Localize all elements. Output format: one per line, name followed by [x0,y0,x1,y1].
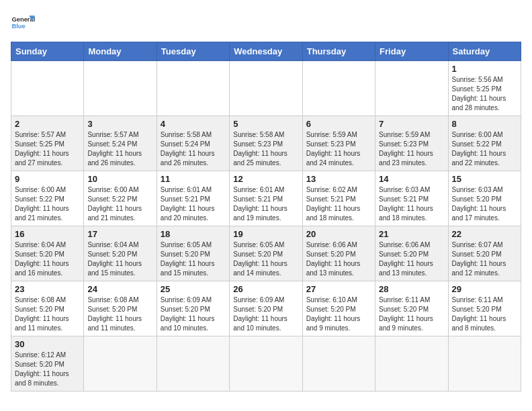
calendar-cell: 9Sunrise: 6:00 AM Sunset: 5:22 PM Daylig… [11,171,84,226]
day-number: 1 [452,64,517,74]
calendar-cell: 3Sunrise: 5:57 AM Sunset: 5:24 PM Daylig… [84,116,157,171]
calendar-cell [375,336,448,392]
calendar-cell [302,336,375,392]
calendar-cell: 15Sunrise: 6:03 AM Sunset: 5:20 PM Dayli… [448,171,521,226]
calendar-cell: 26Sunrise: 6:09 AM Sunset: 5:20 PM Dayli… [230,281,302,336]
day-header-saturday: Saturday [448,42,521,61]
calendar-cell: 1Sunrise: 5:56 AM Sunset: 5:25 PM Daylig… [448,61,521,116]
calendar-cell: 25Sunrise: 6:09 AM Sunset: 5:20 PM Dayli… [157,281,229,336]
day-number: 5 [233,119,298,129]
header: General Blue [11,11,521,35]
day-info: Sunrise: 5:56 AM Sunset: 5:25 PM Dayligh… [452,75,517,113]
day-header-tuesday: Tuesday [157,42,229,61]
calendar-cell: 22Sunrise: 6:07 AM Sunset: 5:20 PM Dayli… [448,226,521,281]
day-info: Sunrise: 6:12 AM Sunset: 5:20 PM Dayligh… [15,351,80,388]
day-info: Sunrise: 6:00 AM Sunset: 5:22 PM Dayligh… [15,185,80,223]
day-info: Sunrise: 6:09 AM Sunset: 5:20 PM Dayligh… [233,295,298,333]
day-number: 27 [306,284,371,294]
day-info: Sunrise: 6:11 AM Sunset: 5:20 PM Dayligh… [379,295,444,333]
day-number: 3 [87,119,152,129]
day-number: 8 [452,119,517,129]
day-number: 28 [379,284,444,294]
day-header-wednesday: Wednesday [230,42,302,61]
calendar-cell: 6Sunrise: 5:59 AM Sunset: 5:23 PM Daylig… [302,116,375,171]
day-number: 17 [87,229,152,239]
day-info: Sunrise: 5:57 AM Sunset: 5:24 PM Dayligh… [87,130,152,168]
day-info: Sunrise: 6:08 AM Sunset: 5:20 PM Dayligh… [87,295,152,333]
calendar-cell: 14Sunrise: 6:03 AM Sunset: 5:21 PM Dayli… [375,171,448,226]
day-info: Sunrise: 6:11 AM Sunset: 5:20 PM Dayligh… [452,295,517,333]
day-info: Sunrise: 6:03 AM Sunset: 5:21 PM Dayligh… [379,185,444,223]
day-info: Sunrise: 5:58 AM Sunset: 5:23 PM Dayligh… [233,130,298,168]
day-number: 25 [161,284,226,294]
calendar-cell [302,61,375,116]
day-info: Sunrise: 6:10 AM Sunset: 5:20 PM Dayligh… [306,295,371,333]
day-number: 23 [15,284,80,294]
day-info: Sunrise: 6:03 AM Sunset: 5:20 PM Dayligh… [452,185,517,223]
day-header-thursday: Thursday [302,42,375,61]
calendar-cell: 30Sunrise: 6:12 AM Sunset: 5:20 PM Dayli… [11,336,84,392]
calendar-cell [448,336,521,392]
day-info: Sunrise: 6:04 AM Sunset: 5:20 PM Dayligh… [15,240,80,278]
day-number: 19 [233,229,298,239]
day-number: 16 [15,229,80,239]
day-info: Sunrise: 6:00 AM Sunset: 5:22 PM Dayligh… [87,185,152,223]
day-number: 29 [452,284,517,294]
day-number: 15 [452,174,517,184]
calendar-cell: 12Sunrise: 6:01 AM Sunset: 5:21 PM Dayli… [230,171,302,226]
day-info: Sunrise: 6:05 AM Sunset: 5:20 PM Dayligh… [161,240,226,278]
header-row: SundayMondayTuesdayWednesdayThursdayFrid… [11,42,521,61]
day-number: 26 [233,284,298,294]
week-row: 23Sunrise: 6:08 AM Sunset: 5:20 PM Dayli… [11,281,521,336]
day-header-friday: Friday [375,42,448,61]
day-number: 6 [306,119,371,129]
logo-icon: General Blue [11,11,35,35]
day-number: 4 [161,119,226,129]
calendar-cell: 7Sunrise: 5:59 AM Sunset: 5:23 PM Daylig… [375,116,448,171]
day-header-monday: Monday [84,42,157,61]
calendar-cell: 29Sunrise: 6:11 AM Sunset: 5:20 PM Dayli… [448,281,521,336]
calendar-cell: 11Sunrise: 6:01 AM Sunset: 5:21 PM Dayli… [157,171,229,226]
calendar-cell: 2Sunrise: 5:57 AM Sunset: 5:25 PM Daylig… [11,116,84,171]
day-number: 2 [15,119,80,129]
calendar-cell [84,336,157,392]
day-info: Sunrise: 6:06 AM Sunset: 5:20 PM Dayligh… [306,240,371,278]
calendar-cell [157,61,229,116]
day-info: Sunrise: 6:07 AM Sunset: 5:20 PM Dayligh… [452,240,517,278]
day-info: Sunrise: 5:59 AM Sunset: 5:23 PM Dayligh… [379,130,444,168]
day-info: Sunrise: 6:08 AM Sunset: 5:20 PM Dayligh… [15,295,80,333]
day-number: 12 [233,174,298,184]
day-number: 7 [379,119,444,129]
day-info: Sunrise: 6:06 AM Sunset: 5:20 PM Dayligh… [379,240,444,278]
day-info: Sunrise: 6:04 AM Sunset: 5:20 PM Dayligh… [87,240,152,278]
calendar-cell: 16Sunrise: 6:04 AM Sunset: 5:20 PM Dayli… [11,226,84,281]
day-info: Sunrise: 6:01 AM Sunset: 5:21 PM Dayligh… [161,185,226,223]
day-info: Sunrise: 5:57 AM Sunset: 5:25 PM Dayligh… [15,130,80,168]
day-number: 20 [306,229,371,239]
day-number: 30 [15,339,80,349]
calendar-cell: 23Sunrise: 6:08 AM Sunset: 5:20 PM Dayli… [11,281,84,336]
calendar-cell [11,61,84,116]
calendar-cell: 17Sunrise: 6:04 AM Sunset: 5:20 PM Dayli… [84,226,157,281]
day-info: Sunrise: 5:58 AM Sunset: 5:24 PM Dayligh… [161,130,226,168]
day-header-sunday: Sunday [11,42,84,61]
calendar-cell: 4Sunrise: 5:58 AM Sunset: 5:24 PM Daylig… [157,116,229,171]
calendar-cell: 18Sunrise: 6:05 AM Sunset: 5:20 PM Dayli… [157,226,229,281]
day-number: 14 [379,174,444,184]
day-number: 10 [87,174,152,184]
week-row: 2Sunrise: 5:57 AM Sunset: 5:25 PM Daylig… [11,116,521,171]
calendar: SundayMondayTuesdayWednesdayThursdayFrid… [11,42,521,392]
calendar-cell [375,61,448,116]
day-number: 9 [15,174,80,184]
week-row: 30Sunrise: 6:12 AM Sunset: 5:20 PM Dayli… [11,336,521,392]
calendar-cell: 5Sunrise: 5:58 AM Sunset: 5:23 PM Daylig… [230,116,302,171]
week-row: 16Sunrise: 6:04 AM Sunset: 5:20 PM Dayli… [11,226,521,281]
day-number: 11 [161,174,226,184]
calendar-cell [157,336,229,392]
week-row: 9Sunrise: 6:00 AM Sunset: 5:22 PM Daylig… [11,171,521,226]
calendar-cell: 10Sunrise: 6:00 AM Sunset: 5:22 PM Dayli… [84,171,157,226]
calendar-cell: 8Sunrise: 6:00 AM Sunset: 5:22 PM Daylig… [448,116,521,171]
logo: General Blue [11,11,35,35]
day-info: Sunrise: 6:01 AM Sunset: 5:21 PM Dayligh… [233,185,298,223]
calendar-cell: 21Sunrise: 6:06 AM Sunset: 5:20 PM Dayli… [375,226,448,281]
